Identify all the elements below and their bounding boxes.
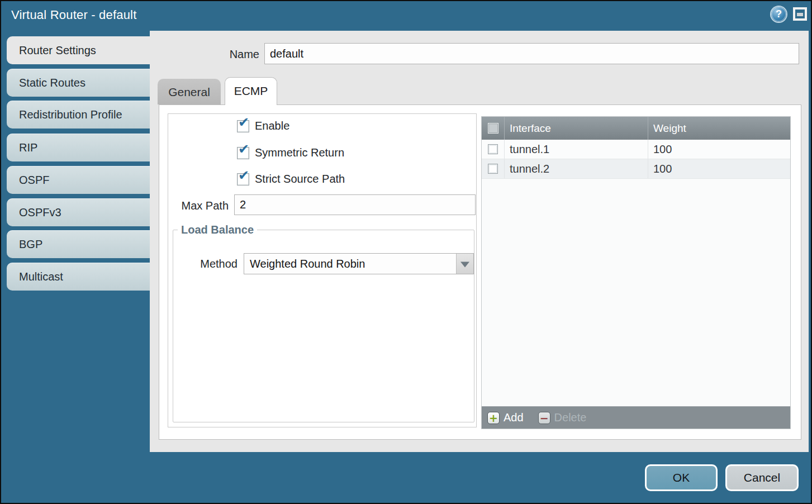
method-label: Method (198, 258, 238, 270)
load-balance-legend: Load Balance (178, 224, 257, 236)
tab-general[interactable]: General (158, 79, 221, 104)
table-empty-area (482, 179, 790, 406)
delete-button[interactable]: − Delete (538, 411, 587, 424)
method-dropdown[interactable]: Weighted Round Robin (244, 253, 474, 274)
select-all-checkbox[interactable] (488, 123, 498, 134)
check-icon: ✔ (238, 116, 249, 129)
check-icon: ✔ (238, 169, 249, 182)
symmetric-return-label: Symmetric Return (255, 146, 344, 159)
method-row: Method Weighted Round Robin (198, 253, 474, 274)
enable-label: Enable (255, 120, 289, 132)
row-checkbox-cell (482, 164, 504, 174)
ecmp-tab-panel: ✔ Enable ✔ Symmetric Return ✔ Strict Sou… (159, 104, 801, 440)
cell-interface: tunnel.2 (504, 159, 648, 178)
enable-checkbox[interactable]: ✔ (237, 120, 249, 132)
sidebar-item-router-settings[interactable]: Router Settings (7, 36, 150, 64)
column-header-interface[interactable]: Interface (504, 117, 648, 140)
strict-source-path-label: Strict Source Path (255, 173, 345, 186)
content-area: Name General ECMP ✔ Enable ✔ Symmetric R… (150, 31, 809, 452)
delete-label: Delete (554, 411, 587, 424)
symmetric-return-row: ✔ Symmetric Return (237, 146, 344, 159)
sidebar-item-multicast[interactable]: Multicast (7, 263, 150, 291)
symmetric-return-checkbox[interactable]: ✔ (237, 147, 249, 159)
table-row[interactable]: tunnel.2 100 (482, 159, 790, 179)
sidebar-item-bgp[interactable]: BGP (7, 230, 150, 258)
strict-source-path-checkbox[interactable]: ✔ (237, 173, 249, 186)
ecmp-settings-box: ✔ Enable ✔ Symmetric Return ✔ Strict Sou… (168, 113, 477, 427)
name-label: Name (211, 48, 259, 61)
titlebar: Virtual Router - default ? (1, 1, 811, 31)
sidebar-item-ospf[interactable]: OSPF (7, 166, 150, 194)
sidebar-item-rip[interactable]: RIP (7, 134, 150, 161)
column-header-weight[interactable]: Weight (648, 117, 790, 140)
dialog-title: Virtual Router - default (11, 8, 137, 22)
table-header: Interface Weight (482, 117, 790, 140)
window-restore-icon[interactable] (793, 7, 807, 21)
load-balance-fieldset: Load Balance Method Weighted Round Robin (173, 224, 474, 422)
strict-source-path-row: ✔ Strict Source Path (237, 173, 345, 186)
cell-weight: 100 (648, 140, 790, 159)
row-checkbox[interactable] (488, 144, 498, 154)
cell-weight: 100 (648, 159, 790, 178)
virtual-router-dialog: Virtual Router - default ? Router Settin… (0, 0, 812, 504)
max-path-label: Max Path (168, 199, 229, 212)
add-label: Add (504, 411, 524, 424)
delete-icon: − (538, 412, 550, 424)
sidebar-item-redistribution-profile[interactable]: Redistribution Profile (7, 101, 150, 129)
interface-table: Interface Weight tunnel.1 100 tunnel.2 1… (481, 116, 791, 429)
cancel-button[interactable]: Cancel (725, 464, 799, 491)
table-footer: + Add − Delete (482, 406, 790, 429)
add-button[interactable]: + Add (487, 411, 524, 424)
add-icon: + (487, 412, 500, 424)
dropdown-button[interactable] (456, 254, 473, 274)
cell-interface: tunnel.1 (504, 140, 648, 159)
row-checkbox-cell (482, 144, 504, 154)
check-icon: ✔ (238, 142, 249, 156)
method-value: Weighted Round Robin (244, 254, 456, 274)
max-path-input[interactable] (234, 194, 476, 215)
sidebar-item-ospfv3[interactable]: OSPFv3 (7, 198, 150, 226)
sidebar-item-static-routes[interactable]: Static Routes (7, 69, 150, 97)
tab-ecmp[interactable]: ECMP (225, 77, 277, 105)
chevron-down-icon (460, 262, 469, 268)
name-input[interactable] (264, 43, 799, 64)
sidebar: Router Settings Static Routes Redistribu… (1, 31, 150, 504)
enable-row: ✔ Enable (237, 120, 289, 132)
ok-button[interactable]: OK (645, 464, 718, 491)
header-checkbox-cell (482, 117, 504, 140)
help-icon[interactable]: ? (771, 7, 786, 22)
row-checkbox[interactable] (488, 164, 498, 174)
table-row[interactable]: tunnel.1 100 (482, 140, 790, 159)
